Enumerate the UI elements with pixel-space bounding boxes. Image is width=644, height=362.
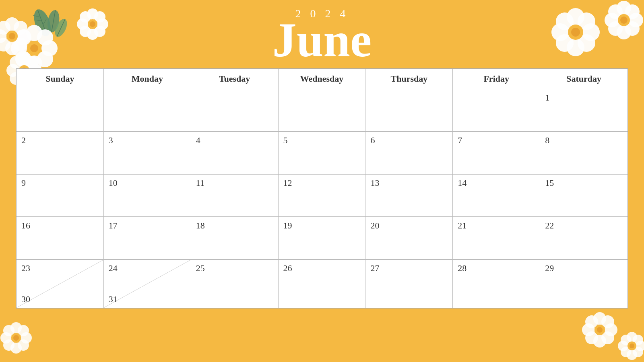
- cell-empty-3: [191, 89, 279, 132]
- week-row-3: 9 10 11 12 13 14 15: [17, 175, 627, 217]
- cell-day-5: 5: [279, 132, 366, 174]
- calendar-grid-wrapper: Sunday Monday Tuesday Wednesday Thursday…: [16, 68, 628, 309]
- month-label: June: [0, 16, 644, 64]
- day-header-tuesday: Tuesday: [191, 69, 279, 89]
- cell-empty-4: [279, 89, 366, 132]
- day-header-sunday: Sunday: [17, 69, 104, 89]
- svg-point-88: [630, 343, 634, 348]
- svg-point-86: [633, 347, 643, 357]
- svg-point-70: [593, 335, 606, 348]
- cell-day-17: 17: [104, 217, 191, 259]
- svg-point-95: [3, 339, 14, 351]
- day-header-friday: Friday: [453, 69, 540, 89]
- svg-point-78: [597, 327, 603, 333]
- week-row-4: 16 17 18 19 20 21 22: [17, 217, 627, 260]
- cell-day-20: 20: [365, 217, 453, 259]
- svg-point-94: [18, 325, 29, 336]
- day-header-saturday: Saturday: [540, 69, 627, 89]
- cell-day-10: 10: [104, 175, 191, 217]
- cell-day-24-31: 24 31: [104, 260, 191, 308]
- svg-point-85: [621, 347, 631, 357]
- svg-point-72: [605, 323, 617, 336]
- svg-point-91: [0, 332, 12, 343]
- week-row-5: 23 30 24 31 25 26 27 28 29: [17, 260, 627, 308]
- svg-point-89: [10, 322, 22, 333]
- cell-day-29: 29: [540, 260, 627, 308]
- cell-day-11: 11: [191, 175, 279, 217]
- svg-point-93: [3, 325, 14, 336]
- cell-day-18: 18: [191, 217, 279, 259]
- svg-point-73: [585, 315, 598, 328]
- svg-point-81: [618, 341, 628, 351]
- cell-day-21: 21: [453, 217, 540, 259]
- cell-empty-5: [365, 89, 453, 132]
- cell-day-14: 14: [453, 175, 540, 217]
- cell-day-12: 12: [279, 175, 366, 217]
- svg-point-97: [11, 333, 21, 343]
- cell-day-16: 16: [17, 217, 104, 259]
- svg-point-96: [18, 339, 29, 351]
- cell-day-1: 1: [540, 89, 627, 132]
- svg-point-79: [627, 332, 637, 342]
- cell-day-9: 9: [17, 175, 104, 217]
- cell-day-13: 13: [365, 175, 453, 217]
- cell-day-28: 28: [453, 260, 540, 308]
- day-header-monday: Monday: [104, 69, 191, 89]
- cell-empty-6: [453, 89, 540, 132]
- cell-day-23-30: 23 30: [17, 260, 104, 308]
- calendar-header: 2 0 2 4 June: [0, 0, 644, 68]
- days-of-week-row: Sunday Monday Tuesday Wednesday Thursday…: [17, 69, 627, 89]
- svg-point-92: [21, 332, 32, 343]
- svg-point-77: [594, 325, 605, 335]
- week-row-1: 1: [17, 89, 627, 132]
- cell-empty-2: [104, 89, 191, 132]
- day-header-thursday: Thursday: [365, 69, 453, 89]
- cell-day-27: 27: [365, 260, 453, 308]
- svg-point-71: [582, 323, 595, 336]
- svg-point-76: [601, 331, 614, 344]
- cell-day-4: 4: [191, 132, 279, 174]
- cell-day-22: 22: [540, 217, 627, 259]
- svg-point-69: [593, 312, 606, 325]
- svg-point-84: [633, 335, 643, 345]
- svg-point-75: [585, 331, 598, 344]
- svg-point-82: [636, 341, 644, 351]
- svg-point-80: [627, 350, 637, 360]
- svg-point-74: [601, 315, 614, 328]
- svg-point-87: [627, 341, 636, 350]
- cell-day-15: 15: [540, 175, 627, 217]
- cell-day-25: 25: [191, 260, 279, 308]
- day-header-wednesday: Wednesday: [279, 69, 366, 89]
- svg-point-90: [10, 342, 22, 354]
- cell-day-8: 8: [540, 132, 627, 174]
- cell-day-2: 2: [17, 132, 104, 174]
- week-row-2: 2 3 4 5 6 7 8: [17, 132, 627, 175]
- cell-empty-1: [17, 89, 104, 132]
- svg-point-83: [621, 335, 631, 345]
- cell-day-7: 7: [453, 132, 540, 174]
- cell-day-19: 19: [279, 217, 366, 259]
- cell-day-3: 3: [104, 132, 191, 174]
- svg-point-98: [13, 335, 19, 341]
- cell-day-6: 6: [365, 132, 453, 174]
- cell-day-26: 26: [279, 260, 366, 308]
